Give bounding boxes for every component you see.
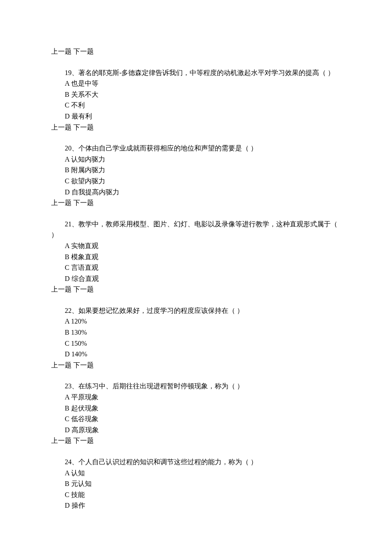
option-b: B 元认知 <box>51 478 341 489</box>
next-link[interactable]: 下一题 <box>73 286 94 293</box>
nav-row: 上一题 下一题 <box>51 122 341 133</box>
option-a: A 120% <box>51 316 341 327</box>
prev-link[interactable]: 上一题 <box>51 361 72 369</box>
option-d: D 高原现象 <box>51 425 341 436</box>
question-text: 21、教学中，教师采用模型、图片、幻灯、电影以及录像等进行教学，这种直观形式属于… <box>51 219 341 240</box>
next-link[interactable]: 下一题 <box>73 124 94 131</box>
option-c: C 低谷现象 <box>51 413 341 425</box>
question-20: 20、个体由自己学业成就而获得相应的地位和声望的需要是（ ） A 认知内驱力 B… <box>51 143 341 197</box>
prev-link[interactable]: 上一题 <box>51 48 72 55</box>
option-a: A 认知内驱力 <box>51 154 341 165</box>
prev-link[interactable]: 上一题 <box>51 124 72 131</box>
option-b: B 模象直观 <box>51 251 341 263</box>
option-c: C 150% <box>51 338 341 349</box>
option-c: C 不利 <box>51 100 341 111</box>
next-link[interactable]: 下一题 <box>73 199 94 206</box>
question-22: 22、如果要想记忆效果好，过度学习的程度应该保持在（ ） A 120% B 13… <box>51 305 341 360</box>
question-text: 20、个体由自己学业成就而获得相应的地位和声望的需要是（ ） <box>51 143 341 154</box>
option-b: B 起伏现象 <box>51 403 341 414</box>
option-b: B 关系不大 <box>51 89 341 100</box>
option-c: C 技能 <box>51 489 341 500</box>
prev-link[interactable]: 上一题 <box>51 286 72 293</box>
next-link[interactable]: 下一题 <box>73 361 94 369</box>
option-a: A 平原现象 <box>51 392 341 403</box>
option-a: A 实物直观 <box>51 240 341 251</box>
question-text: 22、如果要想记忆效果好，过度学习的程度应该保持在（ ） <box>51 305 341 316</box>
option-c: C 欲望内驱力 <box>51 176 341 187</box>
option-d: D 操作 <box>51 500 341 511</box>
nav-row: 上一题 下一题 <box>51 435 341 446</box>
prev-link[interactable]: 上一题 <box>51 437 72 444</box>
option-a: A 认知 <box>51 468 341 479</box>
question-19: 19、著名的耶克斯-多德森定律告诉我们，中等程度的动机激起水平对学习效果的提高（… <box>51 67 341 122</box>
next-link[interactable]: 下一题 <box>73 437 94 444</box>
option-d: D 最有利 <box>51 111 341 122</box>
option-d: D 自我提高内驱力 <box>51 187 341 198</box>
option-b: B 附属内驱力 <box>51 165 341 176</box>
question-text: 19、著名的耶克斯-多德森定律告诉我们，中等程度的动机激起水平对学习效果的提高（… <box>51 67 341 78</box>
nav-row: 上一题 下一题 <box>51 197 341 208</box>
nav-row: 上一题 下一题 <box>51 284 341 295</box>
question-21: 21、教学中，教师采用模型、图片、幻灯、电影以及录像等进行教学，这种直观形式属于… <box>51 219 341 284</box>
option-d: D 140% <box>51 349 341 360</box>
option-c: C 言语直观 <box>51 262 341 273</box>
question-text: 23、在练习中、后期往往出现进程暂时停顿现象，称为（ ） <box>51 381 341 392</box>
next-link[interactable]: 下一题 <box>73 48 94 55</box>
question-23: 23、在练习中、后期往往出现进程暂时停顿现象，称为（ ） A 平原现象 B 起伏… <box>51 381 341 435</box>
nav-row: 上一题 下一题 <box>51 46 341 57</box>
nav-row: 上一题 下一题 <box>51 360 341 371</box>
option-a: A 也是中等 <box>51 78 341 89</box>
prev-link[interactable]: 上一题 <box>51 199 72 206</box>
question-text: 24、个人自己认识过程的知识和调节这些过程的能力，称为（ ） <box>51 457 341 468</box>
option-b: B 130% <box>51 327 341 338</box>
question-24: 24、个人自己认识过程的知识和调节这些过程的能力，称为（ ） A 认知 B 元认… <box>51 457 341 511</box>
option-d: D 综合直观 <box>51 273 341 284</box>
